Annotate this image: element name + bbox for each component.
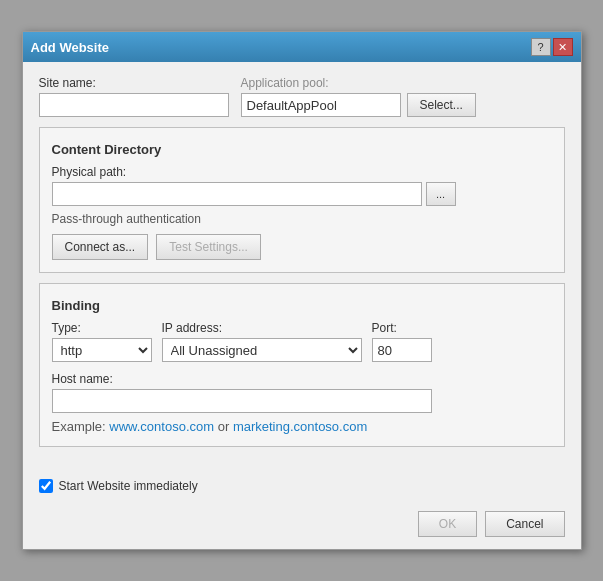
binding-section: Binding Type: http https IP address: All…: [39, 283, 565, 447]
binding-top-row: Type: http https IP address: All Unassig…: [52, 321, 552, 362]
ip-field: IP address: All Unassigned: [162, 321, 362, 362]
select-button[interactable]: Select...: [407, 93, 476, 117]
start-immediately-row: Start Website immediately: [23, 469, 581, 503]
start-immediately-checkbox[interactable]: [39, 479, 53, 493]
add-website-dialog: Add Website ? ✕ Site name: Application p…: [22, 31, 582, 550]
site-name-apppool-row: Site name: Application pool: Select...: [39, 76, 565, 117]
title-bar: Add Website ? ✕: [23, 32, 581, 62]
example-link-2[interactable]: marketing.contoso.com: [233, 419, 367, 434]
dialog-title: Add Website: [31, 40, 110, 55]
cancel-button[interactable]: Cancel: [485, 511, 564, 537]
ip-label: IP address:: [162, 321, 362, 335]
host-name-group: Host name:: [52, 372, 552, 413]
connect-as-button[interactable]: Connect as...: [52, 234, 149, 260]
host-name-input[interactable]: [52, 389, 432, 413]
physical-path-row: ...: [52, 182, 552, 206]
port-input[interactable]: [372, 338, 432, 362]
port-field: Port:: [372, 321, 432, 362]
help-button[interactable]: ?: [531, 38, 551, 56]
pass-through-label: Pass-through authentication: [52, 212, 552, 226]
site-name-label: Site name:: [39, 76, 229, 90]
dialog-body: Site name: Application pool: Select... C…: [23, 62, 581, 469]
physical-path-label: Physical path:: [52, 165, 552, 179]
browse-button[interactable]: ...: [426, 182, 456, 206]
example-separator: or: [214, 419, 233, 434]
binding-section-label: Binding: [52, 298, 552, 313]
title-bar-controls: ? ✕: [531, 38, 573, 56]
port-label: Port:: [372, 321, 432, 335]
type-label: Type:: [52, 321, 152, 335]
auth-buttons-row: Connect as... Test Settings...: [52, 234, 552, 260]
app-pool-input[interactable]: [241, 93, 401, 117]
example-link-1[interactable]: www.contoso.com: [109, 419, 214, 434]
site-name-group: Site name:: [39, 76, 229, 117]
example-text: Example: www.contoso.com or marketing.co…: [52, 419, 552, 434]
app-pool-label: Application pool:: [241, 76, 476, 90]
close-button[interactable]: ✕: [553, 38, 573, 56]
app-pool-group: Application pool: Select...: [241, 76, 476, 117]
ok-button[interactable]: OK: [418, 511, 477, 537]
physical-path-group: Physical path: ...: [52, 165, 552, 206]
type-field: Type: http https: [52, 321, 152, 362]
host-name-label: Host name:: [52, 372, 552, 386]
site-name-input[interactable]: [39, 93, 229, 117]
type-select[interactable]: http https: [52, 338, 152, 362]
example-prefix: Example:: [52, 419, 110, 434]
content-directory-section: Content Directory Physical path: ... Pas…: [39, 127, 565, 273]
test-settings-button[interactable]: Test Settings...: [156, 234, 261, 260]
physical-path-input[interactable]: [52, 182, 422, 206]
ip-select[interactable]: All Unassigned: [162, 338, 362, 362]
start-immediately-label: Start Website immediately: [59, 479, 198, 493]
content-directory-label: Content Directory: [52, 142, 552, 157]
footer: OK Cancel: [23, 503, 581, 549]
